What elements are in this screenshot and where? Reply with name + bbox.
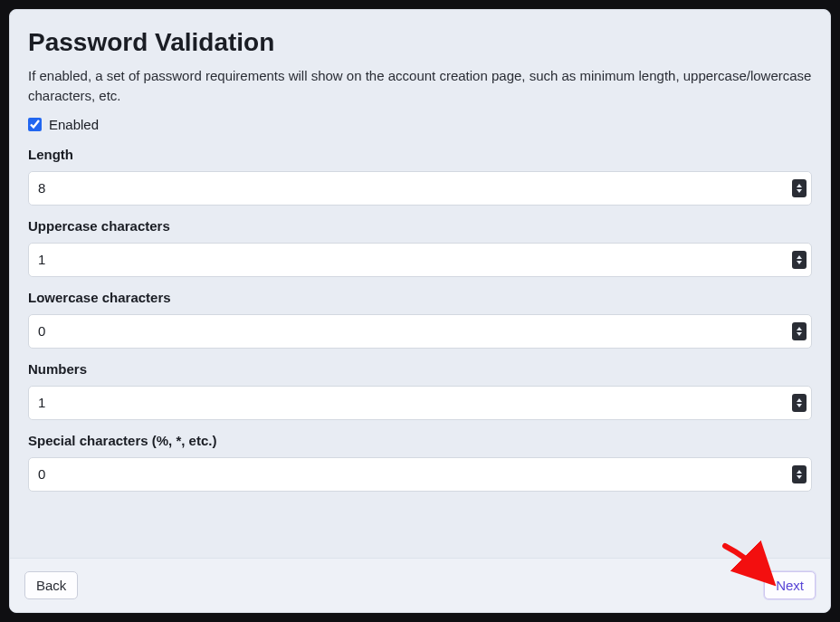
- numbers-label: Numbers: [28, 361, 812, 377]
- numbers-stepper[interactable]: [792, 394, 807, 412]
- lowercase-input[interactable]: [28, 314, 812, 349]
- chevron-up-icon: [797, 327, 802, 330]
- chevron-down-icon: [797, 189, 802, 193]
- length-stepper[interactable]: [792, 179, 807, 197]
- back-button[interactable]: Back: [24, 571, 78, 599]
- length-label: Length: [28, 147, 812, 162]
- chevron-down-icon: [797, 261, 802, 264]
- chevron-up-icon: [797, 184, 802, 187]
- field-lowercase: Lowercase characters: [28, 290, 812, 349]
- chevron-down-icon: [797, 475, 802, 479]
- page-description: If enabled, a set of password requiremen…: [28, 66, 812, 106]
- field-numbers: Numbers: [28, 361, 812, 420]
- special-stepper[interactable]: [792, 465, 807, 483]
- enabled-label[interactable]: Enabled: [49, 117, 99, 132]
- card-footer: Back Next: [10, 558, 830, 612]
- special-input[interactable]: [28, 457, 812, 492]
- enabled-row: Enabled: [28, 117, 812, 132]
- special-label: Special characters (%, *, etc.): [28, 433, 812, 448]
- chevron-down-icon: [797, 332, 802, 336]
- length-input[interactable]: [28, 171, 812, 206]
- next-button[interactable]: Next: [764, 571, 816, 599]
- lowercase-stepper[interactable]: [792, 322, 807, 340]
- chevron-up-icon: [797, 255, 802, 259]
- special-input-wrapper: [28, 457, 812, 492]
- enabled-checkbox[interactable]: [28, 118, 42, 131]
- lowercase-input-wrapper: [28, 314, 812, 349]
- page-title: Password Validation: [28, 28, 812, 57]
- field-length: Length: [28, 147, 812, 206]
- length-input-wrapper: [28, 171, 812, 206]
- chevron-up-icon: [797, 470, 802, 474]
- field-special: Special characters (%, *, etc.): [28, 433, 812, 492]
- uppercase-label: Uppercase characters: [28, 218, 812, 234]
- password-validation-card: Password Validation If enabled, a set of…: [9, 9, 831, 613]
- uppercase-input[interactable]: [28, 243, 812, 277]
- field-uppercase: Uppercase characters: [28, 218, 812, 277]
- chevron-down-icon: [797, 404, 802, 407]
- lowercase-label: Lowercase characters: [28, 290, 812, 305]
- uppercase-stepper[interactable]: [792, 251, 807, 269]
- chevron-up-icon: [797, 398, 802, 402]
- card-content: Password Validation If enabled, a set of…: [10, 10, 830, 558]
- numbers-input-wrapper: [28, 386, 812, 420]
- numbers-input[interactable]: [28, 386, 812, 420]
- uppercase-input-wrapper: [28, 243, 812, 277]
